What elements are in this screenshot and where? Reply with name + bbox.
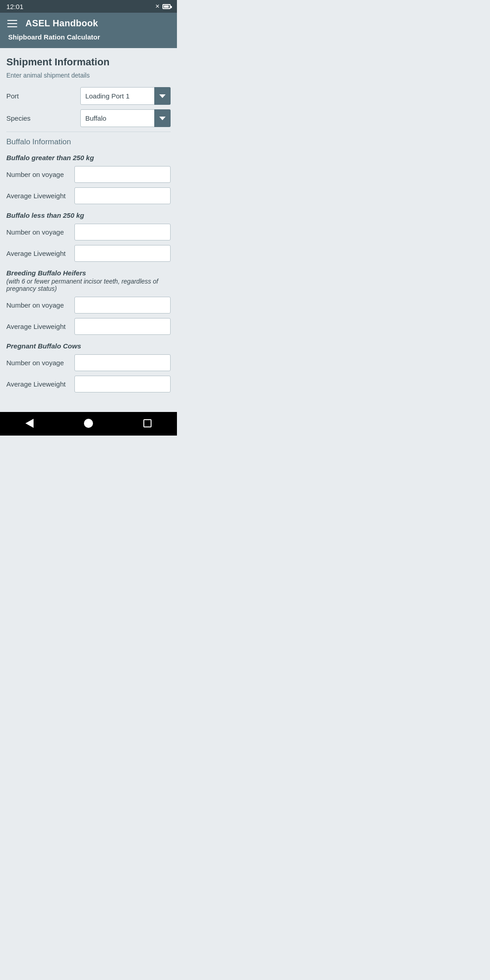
buffalo-lt-250-weight-row: Average Liveweight — [6, 245, 171, 262]
recent-apps-icon — [143, 419, 152, 427]
buffalo-lt-250-number-input[interactable] — [74, 224, 171, 240]
pregnant-cows-number-label: Number on voyage — [6, 359, 64, 367]
port-label: Port — [6, 92, 19, 100]
recent-apps-button[interactable] — [142, 417, 153, 429]
buffalo-lt-250-weight-label: Average Liveweight — [6, 250, 66, 257]
breeding-heifers-number-input[interactable] — [74, 297, 171, 314]
breeding-heifers-weight-row: Average Liveweight — [6, 318, 171, 335]
buffalo-info-title: Buffalo Information — [6, 137, 171, 147]
buffalo-lt-250-weight-input[interactable] — [74, 245, 171, 262]
breeding-heifers-weight-input[interactable] — [74, 318, 171, 335]
page-subtitle: Shipboard Ration Calculator — [7, 33, 170, 42]
buffalo-gt-250-weight-row: Average Liveweight — [6, 187, 171, 204]
menu-button[interactable] — [7, 20, 17, 27]
app-title: ASEL Handbook — [25, 18, 98, 29]
buffalo-gt-250-title: Buffalo greater than 250 kg — [6, 154, 171, 162]
buffalo-gt-250-weight-label: Average Liveweight — [6, 192, 66, 200]
hamburger-line-1 — [7, 20, 17, 21]
app-bar: ASEL Handbook Shipboard Ration Calculato… — [0, 13, 177, 48]
species-label: Species — [6, 114, 30, 122]
hamburger-line-3 — [7, 26, 17, 27]
battery-icon — [162, 4, 171, 9]
buffalo-lt-250-title: Buffalo less than 250 kg — [6, 211, 171, 219]
pregnant-cows-title: Pregnant Buffalo Cows — [6, 342, 171, 350]
home-button[interactable] — [82, 417, 95, 430]
pregnant-cows-weight-row: Average Liveweight — [6, 376, 171, 392]
species-select[interactable]: Buffalo Cattle Sheep Goats — [80, 109, 171, 127]
breeding-heifers-number-row: Number on voyage — [6, 297, 171, 314]
port-row: Port Loading Port 1 Loading Port 2 Loadi… — [6, 87, 171, 105]
divider — [6, 132, 171, 132]
port-select-wrapper: Loading Port 1 Loading Port 2 Loading Po… — [80, 87, 171, 105]
breeding-heifers-note: (with 6 or fewer permanent incisor teeth… — [6, 278, 171, 292]
pregnant-cows-weight-input[interactable] — [74, 376, 171, 392]
shipment-description: Enter animal shipment details — [6, 72, 171, 79]
buffalo-gt-250-number-input[interactable] — [74, 166, 171, 183]
port-select[interactable]: Loading Port 1 Loading Port 2 Loading Po… — [80, 87, 171, 105]
buffalo-gt-250-number-label: Number on voyage — [6, 171, 64, 178]
signal-icon: ✕ — [155, 3, 160, 10]
buffalo-gt-250-weight-input[interactable] — [74, 187, 171, 204]
nav-bar — [0, 412, 177, 436]
pregnant-cows-weight-label: Average Liveweight — [6, 380, 66, 388]
breeding-heifers-number-label: Number on voyage — [6, 301, 64, 309]
home-icon — [84, 419, 93, 428]
back-button[interactable] — [24, 417, 35, 430]
pregnant-cows-number-input[interactable] — [74, 354, 171, 371]
main-content: Shipment Information Enter animal shipme… — [0, 48, 177, 412]
status-time: 12:01 — [6, 3, 24, 10]
buffalo-gt-250-number-row: Number on voyage — [6, 166, 171, 183]
back-icon — [25, 419, 34, 428]
pregnant-cows-number-row: Number on voyage — [6, 354, 171, 371]
status-icons: ✕ — [155, 3, 171, 10]
buffalo-lt-250-number-label: Number on voyage — [6, 228, 64, 236]
hamburger-line-2 — [7, 23, 17, 24]
species-row: Species Buffalo Cattle Sheep Goats — [6, 109, 171, 127]
shipment-section-title: Shipment Information — [6, 56, 171, 68]
buffalo-lt-250-number-row: Number on voyage — [6, 224, 171, 240]
species-select-wrapper: Buffalo Cattle Sheep Goats — [80, 109, 171, 127]
breeding-heifers-weight-label: Average Liveweight — [6, 323, 66, 330]
breeding-heifers-title: Breeding Buffalo Heifers — [6, 269, 171, 277]
status-bar: 12:01 ✕ — [0, 0, 177, 13]
